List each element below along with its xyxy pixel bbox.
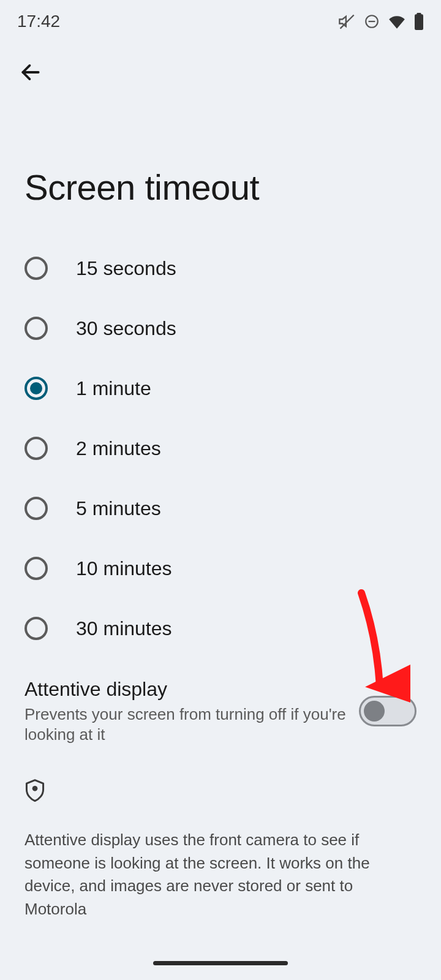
- page-title: Screen timeout: [0, 87, 441, 232]
- dnd-icon: [364, 13, 380, 29]
- status-time: 17:42: [17, 12, 60, 31]
- timeout-option[interactable]: 1 minute: [0, 358, 441, 418]
- radio-button[interactable]: [24, 557, 48, 580]
- navigation-handle[interactable]: [153, 961, 288, 965]
- attentive-display-row[interactable]: Attentive display Prevents your screen f…: [0, 665, 441, 750]
- status-icons: [338, 13, 424, 30]
- attentive-display-switch[interactable]: [359, 696, 417, 726]
- timeout-option[interactable]: 30 minutes: [0, 598, 441, 658]
- attentive-display-info-text: Attentive display uses the front camera …: [24, 829, 417, 921]
- radio-button[interactable]: [24, 257, 48, 280]
- attentive-display-subtitle: Prevents your screen from turning off if…: [24, 704, 347, 744]
- switch-knob: [364, 701, 385, 722]
- attentive-display-title: Attentive display: [24, 678, 347, 701]
- timeout-options: 15 seconds30 seconds1 minute2 minutes5 m…: [0, 232, 441, 665]
- timeout-option[interactable]: 15 seconds: [0, 238, 441, 298]
- battery-icon: [414, 13, 424, 30]
- radio-button[interactable]: [24, 497, 48, 520]
- radio-button[interactable]: [24, 437, 48, 460]
- radio-button[interactable]: [24, 317, 48, 340]
- timeout-option-label: 5 minutes: [76, 497, 161, 520]
- svg-line-0: [341, 15, 354, 29]
- timeout-option[interactable]: 2 minutes: [0, 418, 441, 478]
- privacy-shield-icon: [24, 778, 417, 804]
- timeout-option-label: 1 minute: [76, 377, 151, 400]
- timeout-option-label: 2 minutes: [76, 437, 161, 460]
- timeout-option-label: 10 minutes: [76, 557, 172, 580]
- svg-rect-4: [417, 13, 421, 15]
- timeout-option[interactable]: 30 seconds: [0, 298, 441, 358]
- back-button[interactable]: [17, 60, 44, 87]
- svg-rect-3: [415, 14, 423, 30]
- radio-button[interactable]: [24, 377, 48, 400]
- radio-button[interactable]: [24, 617, 48, 640]
- mute-icon: [338, 13, 355, 30]
- timeout-option-label: 30 minutes: [76, 617, 172, 640]
- timeout-option-label: 15 seconds: [76, 257, 176, 280]
- arrow-left-icon: [19, 61, 42, 86]
- svg-point-6: [32, 786, 38, 791]
- timeout-option[interactable]: 10 minutes: [0, 538, 441, 598]
- timeout-option-label: 30 seconds: [76, 317, 176, 340]
- wifi-icon: [388, 14, 405, 29]
- timeout-option[interactable]: 5 minutes: [0, 478, 441, 538]
- status-bar: 17:42: [0, 0, 441, 43]
- attentive-display-info: Attentive display uses the front camera …: [0, 750, 441, 921]
